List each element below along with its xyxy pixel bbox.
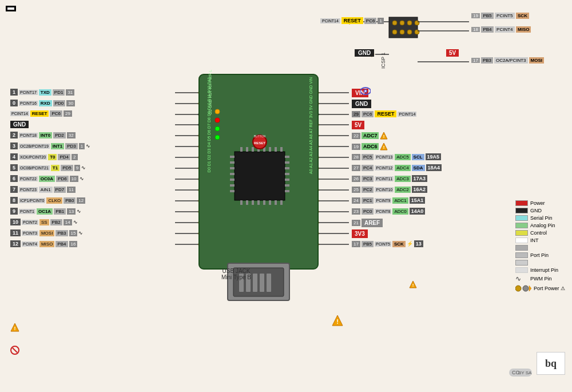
svg-rect-84 — [246, 147, 248, 152]
legend-port: Port Pin — [515, 252, 565, 258]
legend-physical — [515, 245, 565, 251]
svg-point-50 — [313, 144, 319, 149]
svg-rect-96 — [269, 200, 271, 205]
svg-point-52 — [313, 165, 319, 171]
svg-rect-72 — [230, 173, 235, 175]
svg-rect-78 — [285, 167, 289, 169]
legend-power: Power — [515, 200, 565, 206]
legend-pwm: ∿ PWM Pin — [515, 275, 565, 283]
legend: Power GND Serial Pin Analog Pin Control … — [515, 200, 565, 294]
right-pin-adc5: 28 PC5 PCINT13 ADC5 SCL 19A5 — [352, 153, 441, 160]
left-pin-0: 0 PCINT16 RXD PD0 30 — [10, 100, 75, 106]
svg-text:BY SA: BY SA — [518, 370, 532, 375]
mosi-top-label: 17 PB3 OC2A/PCINT3 MOSI — [470, 57, 544, 64]
right-pin-adc3: 26 PC3 PCINT11 ADC3 17A3 — [352, 175, 427, 182]
svg-point-129 — [365, 90, 367, 92]
left-pin-3: 3 OC2B/PCINT19 INT1 PD3 1 ∿ — [10, 142, 90, 149]
v5-top-label: 5V — [446, 49, 459, 57]
svg-point-130 — [515, 286, 521, 291]
svg-point-59 — [313, 241, 319, 247]
svg-rect-74 — [230, 184, 235, 187]
left-pin-7: 7 PCINT23 AIN1 PD7 11 — [10, 186, 76, 193]
right-pin-adc2: 25 PC2 PCINT10 ADC2 16A2 — [352, 186, 427, 193]
right-pin-adc7: 22 ADC7 ! — [352, 132, 388, 140]
left-pin-gnd: GND — [10, 121, 29, 128]
left-pin-4: 4 XCK/PCINT20 T0 PD4 2 — [10, 153, 78, 160]
svg-point-34 — [198, 133, 204, 138]
svg-text:!: ! — [336, 318, 339, 325]
svg-point-113 — [400, 30, 404, 34]
board-column-labels: D0 D1 D2 D3 D4 D5 D6 D7 D8 D9 D10 D11 D1… — [207, 77, 211, 172]
svg-line-138 — [13, 348, 17, 353]
svg-point-115 — [415, 30, 419, 34]
svg-marker-132 — [529, 286, 531, 291]
right-pin-adc0: 23 PC0 PCINT8 ADC0 14A0 — [352, 208, 425, 215]
reset-top-label: PCINT14 RESET PC6 1 — [320, 17, 384, 24]
right-pin-adc6: 19 ADC6 ! — [352, 142, 388, 151]
svg-point-47 — [313, 112, 319, 117]
svg-rect-73 — [230, 179, 235, 181]
right-pin-sck: 17 PB5 PCINT5 SCK ⚡ 13 — [352, 240, 423, 247]
abs-max-pin-note: ! — [10, 323, 23, 332]
svg-rect-89 — [275, 147, 277, 152]
svg-point-57 — [313, 220, 319, 225]
svg-point-105 — [215, 135, 220, 140]
svg-point-56 — [313, 209, 319, 215]
left-pin-2: 2 PCINT18 INT0 PD2 32 — [10, 132, 76, 138]
svg-point-38 — [198, 176, 204, 182]
svg-point-36 — [198, 155, 204, 160]
svg-text:!: ! — [14, 326, 16, 331]
svg-rect-85 — [252, 147, 254, 152]
right-pin-gnd: GND — [352, 100, 371, 108]
svg-point-53 — [313, 176, 319, 182]
svg-rect-91 — [240, 200, 243, 205]
svg-point-39 — [198, 187, 204, 193]
svg-point-33 — [198, 122, 204, 128]
svg-rect-87 — [263, 147, 265, 152]
svg-rect-81 — [285, 184, 289, 187]
svg-point-55 — [313, 198, 319, 204]
svg-point-48 — [313, 122, 319, 128]
usb-jack-label2: USB JACKMini Type B — [205, 268, 268, 280]
left-pin-reset: PCINT14 RESET PC6 29 — [10, 110, 72, 117]
svg-point-111 — [415, 21, 419, 25]
svg-point-108 — [392, 21, 397, 25]
svg-point-51 — [313, 155, 319, 160]
left-pin-1: 1 PCINT17 TXD PD1 31 — [10, 89, 74, 96]
svg-rect-82 — [285, 190, 289, 192]
legend-gnd: GND — [515, 208, 565, 213]
left-pin-9: 9 PCINT1 OC1A PB1 13 ∿ — [10, 208, 81, 215]
right-pin-adc4: 27 PC4 PCINT12 ADC4 SDA 18A4 — [352, 164, 442, 171]
bq-logo: bq — [537, 352, 565, 375]
svg-rect-92 — [246, 200, 248, 205]
svg-point-99 — [253, 135, 267, 149]
svg-rect-98 — [280, 200, 283, 205]
svg-point-114 — [407, 30, 412, 34]
right-pin-adc1: 24 PC1 PCINT9 ADC1 15A1 — [352, 197, 425, 204]
legend-int: INT — [515, 237, 565, 243]
svg-text:!: ! — [383, 145, 385, 150]
svg-rect-68 — [235, 152, 285, 200]
svg-rect-69 — [230, 156, 235, 158]
left-pin-6: 6 PCINT22 OC0A PD6 10 ∿ — [10, 175, 84, 182]
title-area — [6, 6, 18, 11]
gnd-top-label: GND — [355, 49, 374, 57]
svg-point-112 — [392, 30, 397, 34]
svg-point-35 — [198, 144, 204, 149]
svg-point-103 — [215, 118, 220, 122]
abs-max-pkg-note — [10, 346, 23, 355]
svg-rect-107 — [389, 17, 418, 38]
svg-text:!: ! — [383, 134, 385, 139]
cc-badge: CC BY SA — [509, 369, 532, 378]
svg-point-41 — [198, 209, 204, 215]
legend-control: Control — [515, 230, 565, 236]
svg-point-46 — [313, 101, 319, 106]
svg-rect-75 — [230, 190, 235, 192]
svg-text:BUTTON: BUTTON — [254, 134, 266, 138]
svg-text:RESET: RESET — [254, 141, 265, 145]
svg-rect-79 — [285, 173, 289, 175]
power-sum-note: ! — [409, 280, 489, 288]
svg-rect-76 — [285, 156, 289, 158]
svg-rect-97 — [275, 200, 277, 205]
pb5-sck-label: 19 PB5 PCINT5 SCK — [470, 13, 529, 18]
